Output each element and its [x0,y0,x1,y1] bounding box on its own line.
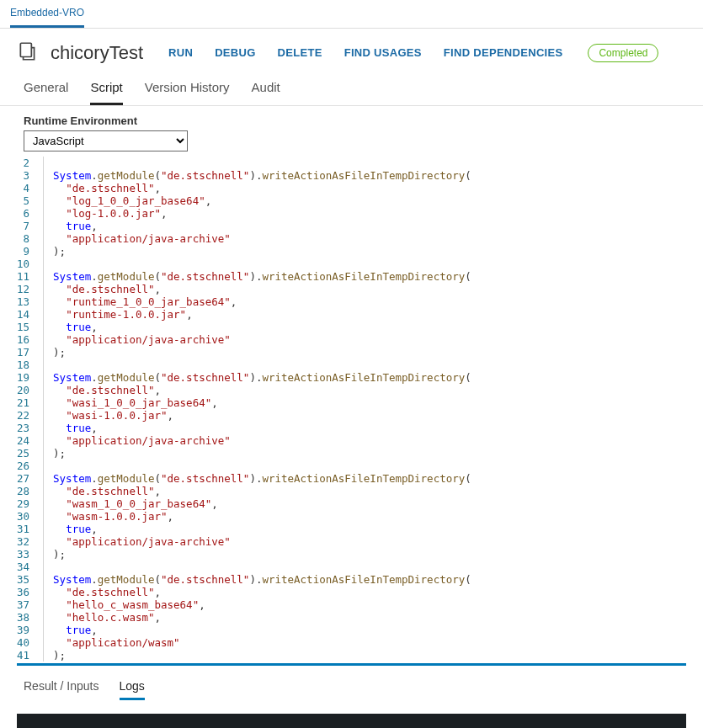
tab-logs[interactable]: Logs [120,674,145,700]
line-number-gutter: 2345678910111213141516171819202122232425… [17,157,38,662]
code-area[interactable]: System.getModule("de.stschnell").writeAc… [38,157,471,662]
page-title: chicoryTest [51,42,143,64]
output-tabs: Result / Inputs Logs [0,666,703,707]
runtime-label: Runtime Environment [24,114,679,127]
runtime-section: Runtime Environment JavaScript [0,106,703,157]
svg-rect-0 [20,43,31,56]
action-icon [17,40,39,65]
top-navbar: Embedded-VRO [0,0,703,29]
status-badge: Completed [588,44,658,62]
tab-general[interactable]: General [24,73,68,105]
tab-audit[interactable]: Audit [252,73,280,105]
page-header: chicoryTest RUN DEBUG DELETE FIND USAGES… [0,29,703,73]
delete-button[interactable]: DELETE [278,46,322,59]
tab-result-inputs[interactable]: Result / Inputs [24,674,99,700]
topbar-tab-embedded-vro[interactable]: Embedded-VRO [10,0,84,28]
find-usages-button[interactable]: FIND USAGES [344,46,422,59]
log-console: 2025-02-02 08:06:51.701 +01:00 INFO (chi… [17,714,686,728]
content-tabs: General Script Version History Audit [0,73,703,106]
tab-version-history[interactable]: Version History [145,73,230,105]
runtime-select[interactable]: JavaScript [24,130,188,151]
find-dependencies-button[interactable]: FIND DEPENDENCIES [444,46,563,59]
code-editor[interactable]: 2345678910111213141516171819202122232425… [0,157,703,662]
run-button[interactable]: RUN [168,46,193,59]
debug-button[interactable]: DEBUG [215,46,255,59]
tab-script[interactable]: Script [90,73,122,105]
